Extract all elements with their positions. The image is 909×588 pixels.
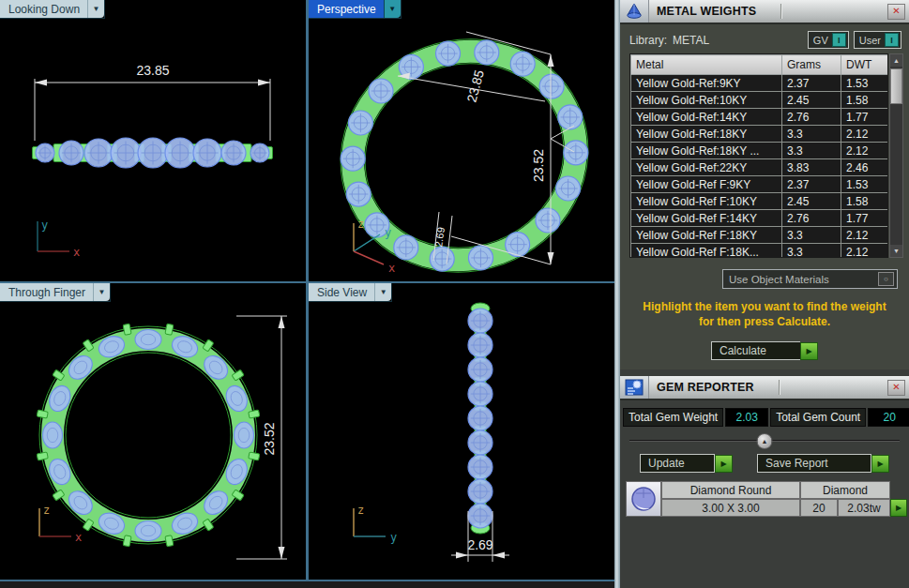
scroll-up-icon[interactable]: ▲ (890, 54, 902, 67)
viewport-through-finger[interactable]: Through Finger ▼ 23.52 z x (0, 283, 306, 580)
dimension-label: 23.52 (531, 149, 546, 182)
close-icon[interactable]: ✕ (887, 4, 905, 20)
axis-z-label: z (357, 218, 364, 231)
metal-table-row[interactable]: Yellow Gold-Ref:10KY2.451.58 (631, 92, 888, 109)
gem-material-header: Diamond (800, 481, 890, 499)
metal-table-row[interactable]: Yellow Gold-Ref F:14KY2.761.77 (631, 210, 888, 227)
ring-edge-drawing (468, 303, 492, 534)
metal-table-header: Metal Grams DWT (631, 55, 888, 75)
viewport-tab-side-view[interactable]: Side View ▼ (309, 283, 391, 301)
dimension-label: 2.69 (432, 226, 447, 248)
ring-front-drawing (37, 324, 260, 547)
viewport-side-view[interactable]: Side View ▼ 2.69 z y (309, 283, 614, 580)
metal-table-row[interactable]: Yellow Gold-Ref F:18KY3.32.12 (631, 227, 888, 244)
gv-indicator-icon: I (832, 33, 846, 47)
ring-perspective-drawing (309, 5, 614, 281)
column-metal[interactable]: Metal (631, 55, 782, 75)
gv-toggle-button[interactable]: GV I (808, 31, 849, 49)
collapse-splitter[interactable]: ▲ (629, 432, 900, 448)
total-gem-weight-value: 2.03 (725, 408, 768, 427)
metal-name: Yellow Gold-Ref F:18KY (631, 227, 782, 244)
viewport-canvas-looking-down[interactable]: 23.85 y x (0, 0, 306, 281)
viewport-tab-label: Perspective (309, 0, 384, 18)
use-object-materials-button[interactable]: Use Object Materials ○ (722, 269, 898, 289)
metal-dwt: 2.12 (841, 126, 888, 143)
axis-x-label: x (388, 262, 395, 275)
axis-y-label: y (385, 226, 391, 239)
user-toggle-button[interactable]: User I (854, 31, 901, 49)
scroll-down-icon[interactable]: ▼ (890, 245, 902, 257)
axis-y-label: y (390, 531, 397, 544)
metal-dwt: 1.53 (841, 176, 888, 193)
scrollbar-thumb[interactable] (890, 68, 902, 104)
metal-grams: 2.37 (782, 75, 841, 92)
viewport-tab-label: Side View (309, 283, 374, 301)
ring-side-drawing (33, 138, 273, 168)
header-divider (779, 380, 780, 395)
metal-table-row[interactable]: Yellow Gold-Ref F:18K...3.32.12 (631, 244, 888, 259)
library-row: Library: METAL GV I User I (629, 31, 901, 49)
chevron-down-icon[interactable]: ▼ (93, 283, 110, 301)
play-icon[interactable]: ▶ (890, 499, 907, 517)
chevron-down-icon[interactable]: ▼ (384, 0, 401, 18)
chevron-down-icon[interactable]: ▼ (374, 283, 391, 301)
save-report-button[interactable]: Save Report ▶ (757, 454, 889, 473)
axis-x-label: x (73, 246, 80, 259)
axis-y-label: y (41, 219, 48, 232)
metal-dwt: 1.77 (841, 109, 888, 126)
update-button[interactable]: Update ▶ (640, 454, 733, 473)
metal-table-row[interactable]: Yellow Gold-Ref:18KY ...3.32.12 (631, 143, 888, 159)
metal-table-row[interactable]: Yellow Gold-Ref F:9KY2.371.53 (631, 176, 888, 193)
library-value: METAL (673, 34, 709, 47)
viewport-tab-perspective[interactable]: Perspective ▼ (309, 0, 401, 18)
metal-grams: 2.37 (782, 176, 841, 193)
calculate-button[interactable]: Calculate ▶ (711, 341, 818, 360)
viewport-tab-through-finger[interactable]: Through Finger ▼ (0, 283, 110, 301)
viewport-tab-looking-down[interactable]: Looking Down ▼ (0, 0, 104, 18)
viewport-canvas-through-finger[interactable]: 23.52 z x (0, 283, 306, 580)
metal-table-row[interactable]: Yellow Gold-Ref:14KY2.761.77 (631, 109, 888, 126)
metal-table-row[interactable]: Yellow Gold-Ref:9KY2.371.53 (631, 75, 888, 92)
gem-report-table[interactable]: Diamond Round Diamond 3.00 X 3.00 20 2.0… (626, 481, 905, 517)
total-gem-count-label: Total Gem Count (770, 408, 866, 427)
metal-name: Yellow Gold-Ref F:9KY (631, 176, 782, 193)
play-icon[interactable]: ▶ (715, 455, 733, 473)
splitter-up-icon[interactable]: ▲ (757, 433, 773, 449)
chevron-down-icon[interactable]: ▼ (87, 0, 104, 18)
metal-name: Yellow Gold-Ref:18KY (631, 126, 782, 143)
metal-name: Yellow Gold-Ref:22KY (631, 159, 782, 176)
gem-reporter-section: GEM REPORTER ✕ Total Gem Weight 2.03 Tot… (620, 376, 909, 517)
column-dwt[interactable]: DWT (841, 55, 888, 75)
play-icon[interactable]: ▶ (871, 455, 889, 473)
metal-name: Yellow Gold-Ref:9KY (631, 75, 782, 92)
viewport-canvas-side-view[interactable]: 2.69 z y (309, 283, 614, 580)
metal-name: Yellow Gold-Ref:10KY (631, 92, 782, 109)
column-grams[interactable]: Grams (782, 55, 841, 75)
axis-x-label: x (75, 531, 82, 544)
metal-grams: 3.3 (782, 227, 841, 244)
dimension-label: 23.85 (136, 63, 169, 78)
metal-grams: 3.3 (782, 126, 841, 143)
viewport-canvas-perspective[interactable]: 23.85 23.52 2.69 z y x (309, 0, 614, 281)
axis-indicator: y x (38, 219, 80, 259)
user-indicator-icon: I (885, 33, 899, 47)
viewport-perspective[interactable]: Perspective ▼ 23.85 23.52 2.69 (309, 0, 614, 281)
metal-table-row[interactable]: Yellow Gold-Ref F:10KY2.451.58 (631, 193, 888, 210)
metal-dwt: 2.12 (841, 143, 888, 159)
axis-z-label: z (357, 504, 364, 517)
metal-table: Metal Grams DWT Yellow Gold-Ref:9KY2.371… (629, 53, 888, 258)
metal-name: Yellow Gold-Ref F:10KY (631, 193, 782, 210)
viewport-looking-down[interactable]: Looking Down ▼ 23.85 y x (0, 0, 306, 281)
gem-reporter-header[interactable]: GEM REPORTER ✕ (620, 376, 909, 400)
gem-total-weight: 2.03tw (838, 499, 890, 517)
close-icon[interactable]: ✕ (887, 380, 905, 396)
metal-table-row[interactable]: Yellow Gold-Ref:18KY3.32.12 (631, 126, 888, 143)
table-scrollbar[interactable]: ▲ ▼ (889, 53, 903, 258)
metal-weights-header[interactable]: METAL WEIGHTS ✕ (620, 0, 909, 24)
metal-grams: 3.83 (782, 159, 841, 176)
dimension-label: 23.52 (262, 422, 277, 455)
metal-table-row[interactable]: Yellow Gold-Ref:22KY3.832.46 (631, 159, 888, 176)
play-icon[interactable]: ▶ (800, 342, 818, 360)
axis-z-label: z (43, 504, 50, 517)
radio-icon[interactable]: ○ (878, 272, 894, 286)
